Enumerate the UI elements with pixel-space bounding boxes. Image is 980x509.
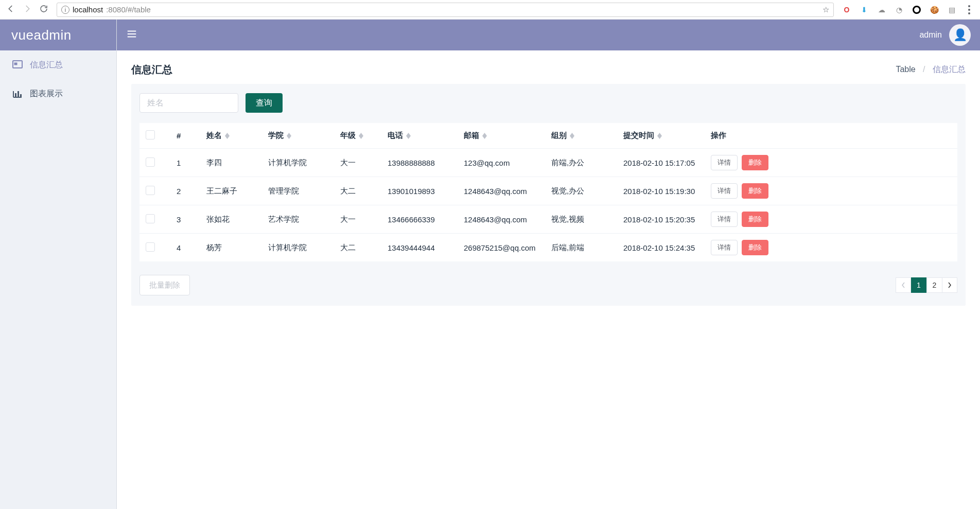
cell-index: 2	[170, 177, 200, 205]
detail-button[interactable]: 详情	[711, 212, 738, 227]
cell-phone: 13466666339	[381, 205, 458, 234]
nav-buttons	[6, 4, 48, 15]
row-checkbox[interactable]	[146, 214, 155, 223]
sort-icon[interactable]	[406, 133, 411, 139]
sort-icon[interactable]	[570, 133, 574, 139]
brand-logo[interactable]: vueadmin	[0, 20, 116, 50]
sidebar-item-charts[interactable]: 图表展示	[0, 79, 116, 108]
cell-grade: 大一	[334, 205, 381, 234]
detail-button[interactable]: 详情	[711, 155, 738, 170]
table-row: 2 王二麻子 管理学院 大二 13901019893 1248643@qq.co…	[139, 177, 957, 205]
cell-index: 1	[170, 149, 200, 177]
svg-marker-10	[359, 136, 363, 139]
page-prev-button[interactable]	[896, 277, 911, 293]
sort-icon[interactable]	[657, 133, 662, 139]
admin-app: vueadmin 信息汇总 图表展示 admin	[0, 20, 980, 509]
extension-icon[interactable]: O	[842, 5, 851, 14]
delete-button[interactable]: 删除	[742, 212, 768, 227]
page-number[interactable]: 1	[911, 277, 926, 293]
detail-button[interactable]: 详情	[711, 183, 738, 199]
circle-icon[interactable]	[912, 5, 921, 14]
delete-button[interactable]: 删除	[742, 155, 768, 170]
cell-name: 王二麻子	[200, 177, 262, 205]
breadcrumb-root[interactable]: Table	[896, 65, 915, 74]
table-row: 3 张如花 艺术学院 大一 13466666339 1248643@qq.com…	[139, 205, 957, 234]
select-all-checkbox[interactable]	[146, 130, 155, 139]
cell-time: 2018-02-10 15:20:35	[617, 205, 705, 234]
th-phone[interactable]: 电话	[381, 123, 458, 149]
sidebar-item-label: 信息汇总	[30, 60, 63, 71]
row-checkbox[interactable]	[146, 186, 155, 195]
bookmark-star-icon[interactable]: ☆	[822, 5, 829, 14]
cell-college: 管理学院	[262, 177, 334, 205]
cell-grade: 大二	[334, 234, 381, 262]
cell-name: 李四	[200, 149, 262, 177]
svg-rect-2	[15, 93, 16, 97]
download-icon[interactable]: ⬇	[860, 5, 869, 14]
detail-button[interactable]: 详情	[711, 240, 738, 255]
chrome-menu-icon[interactable]	[965, 5, 974, 14]
cell-email: 1248643@qq.com	[458, 205, 545, 234]
cell-phone: 13988888888	[381, 149, 458, 177]
th-grade[interactable]: 年级	[334, 123, 381, 149]
cookie-icon[interactable]: 🍪	[930, 5, 939, 14]
cell-email: 1248643@qq.com	[458, 177, 545, 205]
sort-icon[interactable]	[359, 133, 363, 139]
cell-name: 张如花	[200, 205, 262, 234]
page-number[interactable]: 2	[926, 277, 942, 293]
sort-icon[interactable]	[287, 133, 291, 139]
filter-row: 查询	[139, 93, 957, 113]
avatar[interactable]: 👤	[949, 24, 971, 46]
cell-group: 视觉,视频	[545, 205, 617, 234]
nav-back-icon[interactable]	[6, 4, 15, 15]
table-row: 4 杨芳 计算机学院 大二 13439444944 269875215@qq.c…	[139, 234, 957, 262]
bar-chart-icon	[12, 89, 23, 98]
th-ops: 操作	[705, 123, 957, 149]
nav-reload-icon[interactable]	[39, 4, 48, 15]
gauge-icon[interactable]: ◔	[895, 5, 904, 14]
breadcrumb-separator: /	[923, 65, 925, 74]
th-college[interactable]: 学院	[262, 123, 334, 149]
cell-college: 计算机学院	[262, 234, 334, 262]
site-info-icon[interactable]: i	[61, 6, 69, 14]
data-table: # 姓名 学院 年级 电话 邮箱 组别 提交时间 操作 1 李四 计算机	[139, 123, 957, 261]
reader-icon[interactable]: ▤	[947, 5, 956, 14]
cell-time: 2018-02-10 15:17:05	[617, 149, 705, 177]
cell-time: 2018-02-10 15:19:30	[617, 177, 705, 205]
sidebar-item-info-summary[interactable]: 信息汇总	[0, 50, 116, 79]
th-time[interactable]: 提交时间	[617, 123, 705, 149]
th-group[interactable]: 组别	[545, 123, 617, 149]
cell-name: 杨芳	[200, 234, 262, 262]
address-bar[interactable]: i localhost:8080/#/table ☆	[57, 3, 834, 17]
content-header: 信息汇总 Table / 信息汇总	[117, 50, 980, 77]
hamburger-icon[interactable]	[126, 28, 137, 42]
brand-text: vueadmin	[11, 27, 72, 43]
url-rest: :8080/#/table	[106, 5, 151, 14]
nav-forward-icon[interactable]	[23, 4, 32, 15]
th-email[interactable]: 邮箱	[458, 123, 545, 149]
sort-icon[interactable]	[482, 133, 487, 139]
cell-time: 2018-02-10 15:24:35	[617, 234, 705, 262]
cell-index: 3	[170, 205, 200, 234]
cell-phone: 13901019893	[381, 177, 458, 205]
svg-rect-4	[20, 94, 22, 97]
search-button[interactable]: 查询	[246, 93, 283, 113]
row-checkbox[interactable]	[146, 242, 155, 252]
cell-group: 前端,办公	[545, 149, 617, 177]
batch-delete-button[interactable]: 批量删除	[139, 275, 190, 295]
svg-marker-12	[406, 136, 411, 139]
cloud-icon[interactable]: ☁	[877, 5, 886, 14]
delete-button[interactable]: 删除	[742, 240, 768, 255]
cell-index: 4	[170, 234, 200, 262]
delete-button[interactable]: 删除	[742, 183, 768, 199]
user-menu[interactable]: admin 👤	[919, 24, 971, 46]
top-bar: admin 👤	[117, 20, 980, 50]
cell-email: 269875215@qq.com	[458, 234, 545, 262]
svg-rect-1	[14, 63, 17, 65]
name-filter-input[interactable]	[139, 93, 238, 113]
sort-icon[interactable]	[225, 133, 230, 139]
th-name[interactable]: 姓名	[200, 123, 262, 149]
sidebar-item-label: 图表展示	[30, 89, 63, 99]
page-next-button[interactable]	[942, 277, 957, 293]
row-checkbox[interactable]	[146, 157, 155, 167]
